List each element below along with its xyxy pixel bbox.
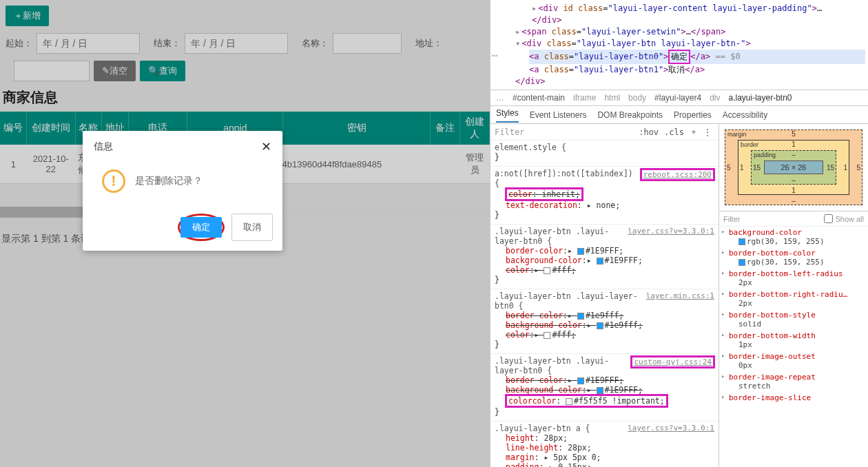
style-rule: element.style { } (490, 141, 719, 167)
warning-icon: ! (102, 169, 125, 193)
box-content: 26 × 26 (764, 160, 823, 174)
confirm-dialog: 信息 ✕ ! 是否删除记录？ 确定 取消 (83, 131, 282, 251)
dialog-title: 信息 (94, 141, 113, 153)
ok-button-highlight: 确定 (178, 214, 225, 241)
tab-properties[interactable]: Properties (674, 110, 712, 120)
style-rule: reboot.scss:200 a:not([href]):not([tabin… (490, 167, 719, 225)
computed-pane: margin 5–55 border 1111 padding ––1515 2… (719, 124, 868, 467)
breadcrumb[interactable]: … #content-main iframe html body #layui-… (490, 90, 868, 106)
style-rule: layer.min.css:1 .layui-layer-btn .layui-… (490, 289, 719, 354)
add-rule-icon[interactable]: ＋ (687, 126, 701, 138)
elements-tree[interactable]: ⋯ ▸<div id class="layui-layer-content la… (490, 0, 868, 90)
cls-toggle[interactable]: .cls (661, 127, 687, 137)
style-rule: layer.css?v=3.3.0:1 .layui-layer-btn .la… (490, 225, 719, 289)
cancel-button[interactable]: 取消 (231, 214, 273, 241)
style-rule: layer.css?v=3.3.0:1 .layui-layer-btn a {… (490, 422, 719, 467)
hov-toggle[interactable]: :hov (636, 127, 661, 137)
source-link[interactable]: reboot.scss:200 (640, 168, 715, 181)
tab-dom-breakpoints[interactable]: DOM Breakpoints (597, 110, 663, 120)
overflow-dots: ⋯ (492, 50, 499, 61)
show-all-checkbox[interactable] (824, 214, 833, 223)
style-rule: custom-qyj.css:24 .layui-layer-btn .layu… (490, 354, 719, 422)
source-link[interactable]: layer.css?v=3.3.0:1 (628, 227, 714, 236)
ok-button[interactable]: 确定 (180, 217, 222, 238)
dialog-message: 是否删除记录？ (135, 175, 203, 187)
tab-event-listeners[interactable]: Event Listeners (530, 110, 587, 120)
devtools-panel: ⋯ ▸<div id class="layui-layer-content la… (490, 0, 868, 467)
tab-styles[interactable]: Styles (496, 108, 519, 123)
styles-pane[interactable]: Filter :hov .cls ＋ ⋮ element.style { } r… (490, 124, 719, 467)
selected-node-text: 确定 (668, 50, 690, 64)
source-link[interactable]: custom-qyj.css:24 (630, 355, 715, 369)
box-model[interactable]: margin 5–55 border 1111 padding ––1515 2… (719, 124, 868, 211)
app-panel: ＋新增 起始： 结束： 名称： 地址： ✎清空 🔍查询 商家信息 编号 创建时间… (0, 0, 490, 467)
computed-list[interactable]: background-colorrgb(30, 159, 255)border-… (719, 227, 868, 467)
computed-filter[interactable]: Filter (723, 215, 740, 223)
close-icon[interactable]: ✕ (261, 139, 271, 154)
styles-filter[interactable]: Filter (495, 127, 524, 137)
tab-accessibility[interactable]: Accessibility (723, 110, 767, 120)
more-icon[interactable]: ⋮ (701, 127, 714, 137)
styles-subtabs: Styles Event Listeners DOM Breakpoints P… (490, 106, 868, 124)
source-link[interactable]: layer.min.css:1 (646, 291, 714, 300)
source-link[interactable]: layer.css?v=3.3.0:1 (628, 424, 714, 433)
